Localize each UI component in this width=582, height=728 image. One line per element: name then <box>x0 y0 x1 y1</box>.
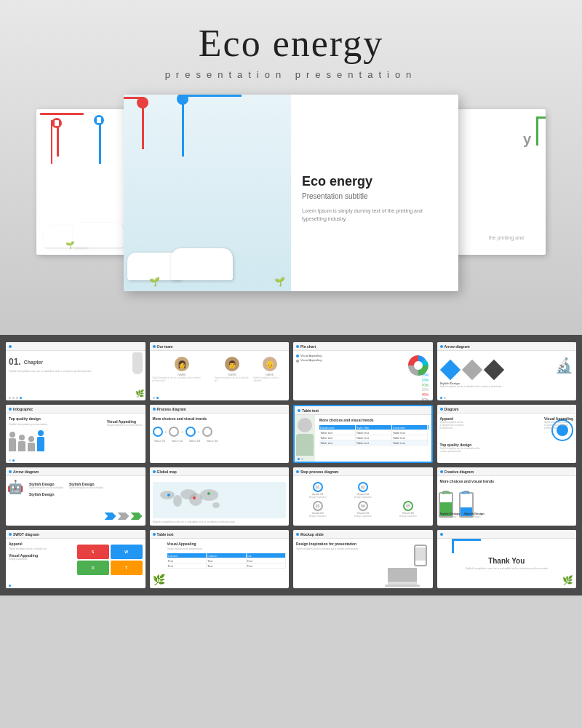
thumb-dot-11 <box>296 470 299 473</box>
arrow-gray <box>118 513 129 520</box>
thumb-diagram[interactable]: Diagram Apparel Stylish templates can be… <box>437 405 577 463</box>
diamond-2 <box>461 360 482 380</box>
thumb-team[interactable]: Our team 👩 NAME Stylish templates can be… <box>150 342 290 400</box>
s3-title: Stylish Design <box>29 492 54 496</box>
footer-dot <box>444 397 446 399</box>
person-4 <box>37 430 44 451</box>
person-3 <box>28 436 35 451</box>
t2-col-2: Column <box>207 553 247 558</box>
thumb-title-pie: Pie chart <box>300 344 316 349</box>
visual-body-d: Stylish templates can be a valuable aid … <box>544 421 570 430</box>
team-member-3: 👴 NAME Stylish templates can be a valuab… <box>253 357 286 382</box>
thumb-body-7: More choices and visual trends Dashboard… <box>295 415 431 462</box>
process-labels: Value 01 Value 02 Value 03 Value 04 <box>153 439 287 443</box>
swot-o: O <box>77 561 109 575</box>
table2-header-row: Column Column Col <box>167 553 287 558</box>
person-body-4 <box>37 437 44 451</box>
creative-label-2: Stylish Design Stylish templates <box>464 512 485 518</box>
thumb-steps[interactable]: Step process diagram 01 Visual 01 Design… <box>293 467 433 526</box>
thumb-body-13: Apparel Stylish templates can be a valua… <box>6 539 146 588</box>
thumb-thankyou[interactable]: 🌿 Thank You Stylish templates can be a v… <box>437 530 577 588</box>
person-1 <box>9 432 16 451</box>
thumb-table-2[interactable]: Table text 🌿 Visual Appealing Design ins… <box>150 530 290 588</box>
thumb-dot-16 <box>440 533 443 536</box>
thumb-process[interactable]: Process diagram More choices and visual … <box>150 405 290 463</box>
table2-header: Visual Appealing <box>167 542 287 546</box>
thumb-body-8: Apparel Stylish templates can be a valua… <box>437 414 577 463</box>
thumb-body-12: More choices and visual trends 60% 40% <box>437 476 577 526</box>
main-car-2 <box>171 248 233 280</box>
t2-c1-3: Text <box>247 558 287 563</box>
slide-main-content: 🌱 🌱 Eco energy Presentation subtitle Lor… <box>124 95 458 291</box>
table-header-row: Dashboard Style Title Controller <box>319 425 428 430</box>
person-body-3 <box>28 443 35 451</box>
swot-left: Apparel Stylish templates can be a valua… <box>9 542 74 575</box>
thankyou-content: 🌿 Thank You Stylish templates can be a v… <box>440 542 574 585</box>
slide-left-area: 🌱 🌱 <box>124 95 291 291</box>
laptop-base <box>385 585 420 587</box>
thumb-infographic[interactable]: Infographic Top quality design Stylish t… <box>6 405 146 463</box>
thumbnails-grid: 01. Chapter Stylish templates can be a v… <box>0 335 582 596</box>
ty-body: Stylish templates can be a valuable aid … <box>466 566 548 570</box>
thumb-dot-9 <box>9 470 12 473</box>
step-desc-3: Design inspiration <box>309 515 327 518</box>
thumb-pie[interactable]: Pie chart Visual Appealing Vis <box>293 342 433 400</box>
arrow-labels: Stylish Design Stylish templates can be … <box>440 381 574 388</box>
apparel-body: Stylish templates can be a valuable aid … <box>440 421 466 430</box>
thumb-dot-3 <box>296 345 299 348</box>
thumb-map[interactable]: Global map Stylish templates can be a va… <box>150 467 290 526</box>
thumb-header-5: Infographic <box>6 405 146 414</box>
person-head-1 <box>9 432 15 438</box>
doctor-placeholder <box>295 415 315 462</box>
thumb-arrow-1[interactable]: Arrow diagram 🔬 Stylish Design Stylish t… <box>437 342 577 400</box>
chapter-content: 01. Chapter <box>9 357 143 367</box>
table-header-label: More choices and visual trends <box>319 418 428 422</box>
cell-3-3: Table text <box>392 440 428 445</box>
tree-icon: 🌱 <box>65 241 74 249</box>
thumb-header-4: Arrow diagram <box>437 342 577 351</box>
thumb-footer-5 <box>9 459 15 462</box>
face-2: 👨 <box>225 357 239 371</box>
step-desc-2: Design inspiration <box>354 496 372 499</box>
thumb-title-map: Global map <box>157 470 177 474</box>
slide-main[interactable]: 🌱 🌱 Eco energy Presentation subtitle Lor… <box>124 95 458 291</box>
thumb-title-team: Our team <box>157 344 173 349</box>
thumb-chapter[interactable]: 01. Chapter Stylish templates can be a v… <box>6 342 146 400</box>
thumb-dot-14 <box>153 533 156 536</box>
swot-w: W <box>111 545 143 559</box>
thumb-mockup[interactable]: Mockup slide Design Inspiration for pres… <box>293 530 433 588</box>
thumb-table[interactable]: Table text More choices and visual trend… <box>293 405 433 463</box>
t2-c1-1: Text <box>167 558 207 563</box>
table2-row-1: Text Text Text <box>167 558 287 563</box>
thumb-header-2: Our team <box>150 342 290 351</box>
footer-dot-active <box>20 397 22 399</box>
main-slide-subtitle: Presentation subtitle <box>302 192 447 200</box>
info-people <box>9 430 143 451</box>
table2-subheader: Design inspirations for presentations <box>167 547 287 550</box>
chapter-body: Stylish templates can be a valuable aid … <box>9 369 143 373</box>
creative-labels: Stylish Design Stylish templates Stylish… <box>440 512 485 518</box>
thumb-swot[interactable]: SWOT diagram Apparel Stylish templates c… <box>6 530 146 588</box>
visual-body: Design inspirations for presentations <box>107 424 143 427</box>
process-circles: › › › <box>153 427 287 437</box>
thumb-arrow-2[interactable]: Arrow diagram 🤖 Stylish Design Stylish t… <box>6 467 146 526</box>
arrow-blue <box>105 513 116 520</box>
chapter-label: Chapter <box>24 360 43 365</box>
proc-arrow-3: › <box>198 429 200 435</box>
map-dot-1 <box>167 494 170 496</box>
thumb-dot-1 <box>9 345 12 348</box>
thumb-title-infographic: Infographic <box>13 407 33 411</box>
pie-label-2: Visual Appealing <box>300 358 322 363</box>
face-role-1: Stylish templates can be a valuable aid … <box>153 376 212 382</box>
red-line-decoration <box>51 120 52 164</box>
creative-label-1: Stylish Design Stylish templates <box>440 512 461 518</box>
red-horizontal-line <box>40 113 84 115</box>
footer-dot <box>16 397 18 399</box>
thumb-header-12: Creative diagram <box>437 467 577 476</box>
thumb-body-15: Design Inspiration for presentation Styl… <box>293 539 433 588</box>
table-row-1: Table text Table text Table text <box>319 430 428 435</box>
col-header-3: Controller <box>392 425 428 430</box>
visual-label-s: Visual Appealing Design inspirations <box>9 553 74 561</box>
thumb-creative[interactable]: Creative diagram More choices and visual… <box>437 467 577 526</box>
pie-pct-labels: 35% 15% 70% <box>421 373 428 387</box>
